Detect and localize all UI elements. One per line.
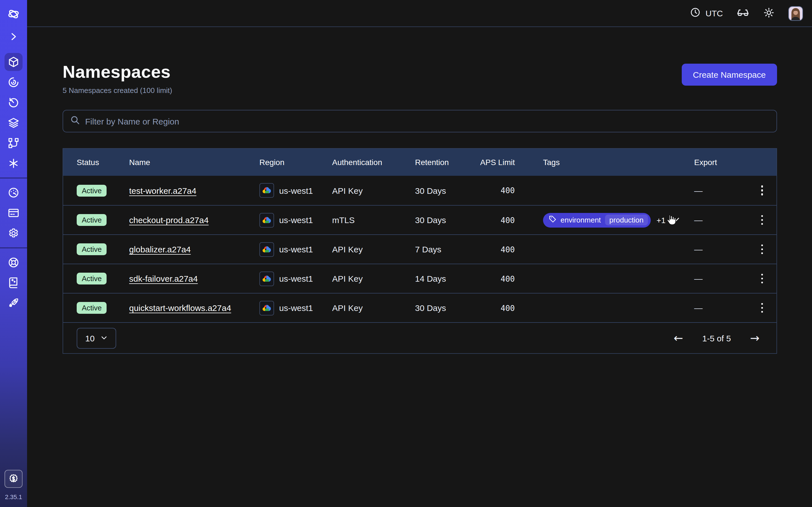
asterisk-icon xyxy=(7,157,20,170)
table-row: Active globalizer.a27a4 us-west1 API Key… xyxy=(63,234,776,264)
table-header-row: Status Name Region Authentication Retent… xyxy=(63,149,776,176)
user-avatar[interactable] xyxy=(788,6,803,20)
auth-label: API Key xyxy=(332,186,415,195)
prev-page-button[interactable]: ← xyxy=(673,332,683,344)
filter-bar xyxy=(63,110,777,132)
next-page-button[interactable]: → xyxy=(750,332,760,344)
auth-label: API Key xyxy=(332,303,415,313)
create-namespace-button[interactable]: Create Namespace xyxy=(682,64,777,86)
auth-label: API Key xyxy=(332,274,415,283)
tag-value: production xyxy=(605,215,648,225)
pagination-range: 1-5 of 5 xyxy=(702,333,731,343)
row-menu-button[interactable] xyxy=(759,272,765,286)
branch-icon xyxy=(7,137,20,149)
sidebar-item-namespaces[interactable] xyxy=(4,53,22,71)
labs-toggle[interactable] xyxy=(737,6,749,20)
gauge-icon xyxy=(7,186,20,199)
page-title: Namespaces xyxy=(63,62,172,82)
gcp-cloud-icon xyxy=(259,213,274,227)
row-menu-button[interactable] xyxy=(759,242,765,257)
gcp-cloud-icon xyxy=(259,300,274,315)
sidebar-expand-button[interactable] xyxy=(6,31,21,43)
page-size-select[interactable]: 10 xyxy=(77,328,116,348)
sidebar-divider xyxy=(0,177,27,179)
sidebar-item-schedules[interactable] xyxy=(4,94,22,112)
retention-label: 14 Days xyxy=(415,274,467,283)
sidebar-item-usage[interactable] xyxy=(4,184,22,202)
row-menu-button[interactable] xyxy=(759,301,765,315)
gcp-cloud-icon xyxy=(259,271,274,286)
sidebar-divider xyxy=(0,247,27,248)
export-value: — xyxy=(694,303,741,313)
aps-limit-value: 400 xyxy=(467,216,543,224)
timezone-selector[interactable]: UTC xyxy=(690,7,723,20)
temporal-logo xyxy=(6,7,21,21)
layers-icon xyxy=(7,117,20,129)
sidebar-item-docs[interactable] xyxy=(4,274,22,292)
sidebar-item-getting-started[interactable] xyxy=(4,294,22,312)
timer-icon xyxy=(7,96,20,109)
topbar: UTC xyxy=(27,0,812,27)
column-header-aps-limit: APS Limit xyxy=(467,158,543,167)
column-header-region: Region xyxy=(259,158,332,167)
sidebar-item-workflows[interactable] xyxy=(4,73,22,91)
book-sparkles-icon xyxy=(7,277,20,289)
region-label: us-west1 xyxy=(279,244,313,254)
retention-label: 7 Days xyxy=(415,244,467,254)
export-value: — xyxy=(694,244,741,254)
chevron-down-icon xyxy=(671,214,680,226)
status-badge: Active xyxy=(77,184,107,196)
tags-expand-button[interactable] xyxy=(671,214,680,226)
column-header-export: Export xyxy=(694,158,741,167)
status-badge: Active xyxy=(77,273,107,284)
retention-label: 30 Days xyxy=(415,186,467,195)
row-menu-button[interactable] xyxy=(759,183,765,198)
sun-icon xyxy=(763,6,775,20)
sidebar-item-batch[interactable] xyxy=(4,114,22,132)
gear-icon xyxy=(7,227,20,239)
credits-button[interactable] xyxy=(4,470,22,488)
table-row: Active sdk-failover.a27a4 us-west1 API K… xyxy=(63,264,776,293)
app-version: 2.35.1 xyxy=(5,494,22,500)
region-label: us-west1 xyxy=(279,186,313,195)
tag-chip[interactable]: environment production xyxy=(543,213,651,227)
export-value: — xyxy=(694,186,741,195)
sidebar-item-billing[interactable] xyxy=(4,204,22,222)
retention-label: 30 Days xyxy=(415,215,467,225)
namespace-link[interactable]: globalizer.a27a4 xyxy=(129,244,191,254)
namespace-link[interactable]: test-worker.a27a4 xyxy=(129,186,196,195)
page-subtitle: 5 Namespaces created (100 limit) xyxy=(63,86,172,95)
export-value: — xyxy=(694,274,741,283)
export-value: — xyxy=(694,215,741,225)
tags-more-count: +1 xyxy=(657,216,666,224)
filter-input[interactable] xyxy=(85,116,770,126)
region-label: us-west1 xyxy=(279,303,313,313)
status-badge: Active xyxy=(77,214,107,226)
sidebar-item-deployments[interactable] xyxy=(4,134,22,152)
aps-limit-value: 400 xyxy=(467,274,543,283)
gcp-cloud-icon xyxy=(259,242,274,257)
page-size-value: 10 xyxy=(85,333,94,343)
sidebar-item-nexus[interactable] xyxy=(4,154,22,172)
theme-toggle[interactable] xyxy=(763,6,775,20)
main-content: Namespaces 5 Namespaces created (100 lim… xyxy=(27,27,812,507)
table-row: Active checkout-prod.a27a4 us-west1 mTLS… xyxy=(63,205,776,234)
status-badge: Active xyxy=(77,302,107,314)
sidebar-item-support[interactable] xyxy=(4,253,22,272)
auth-label: mTLS xyxy=(332,215,415,225)
auth-label: API Key xyxy=(332,244,415,254)
row-menu-button[interactable] xyxy=(759,213,765,227)
table-footer: 10 ← 1-5 of 5 → xyxy=(63,322,776,353)
search-icon xyxy=(70,115,80,127)
namespace-link[interactable]: checkout-prod.a27a4 xyxy=(129,215,209,225)
avatar-image xyxy=(789,6,802,20)
glasses-icon xyxy=(737,6,749,20)
sidebar-item-settings[interactable] xyxy=(4,224,22,242)
column-header-name: Name xyxy=(129,158,259,167)
spiral-icon xyxy=(7,76,20,89)
column-header-tags: Tags xyxy=(543,158,694,167)
aps-limit-value: 400 xyxy=(467,186,543,195)
table-row: Active test-worker.a27a4 us-west1 API Ke… xyxy=(63,176,776,205)
namespace-link[interactable]: sdk-failover.a27a4 xyxy=(129,274,198,283)
namespace-link[interactable]: quickstart-workflows.a27a4 xyxy=(129,303,231,313)
